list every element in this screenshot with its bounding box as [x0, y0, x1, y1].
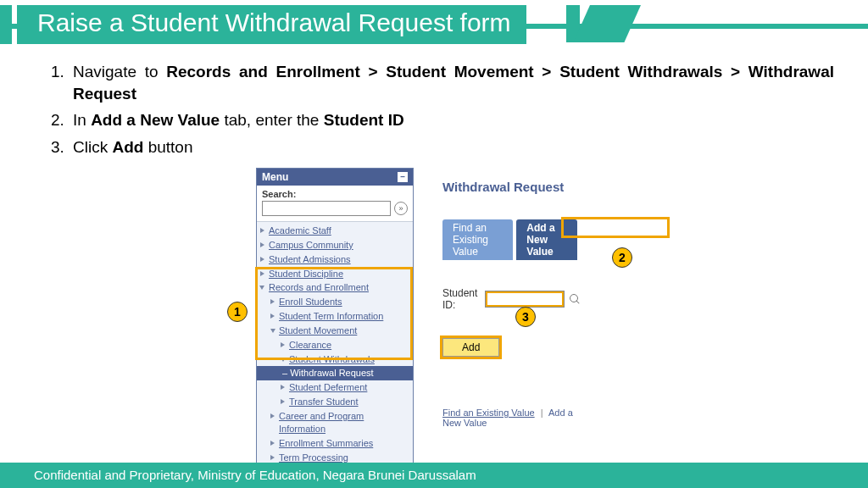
footer-bar: Confidential and Proprietary, Ministry o…: [0, 463, 868, 488]
menu-item-career-program[interactable]: Career and Program Information: [257, 409, 413, 436]
menu-search-block: Search: »: [257, 186, 413, 222]
instructions-list: 1. Navigate to Records and Enrollment > …: [51, 61, 834, 164]
menu-minimize-icon[interactable]: –: [398, 172, 408, 182]
instruction-3-text: Click Add button: [73, 136, 834, 158]
instruction-1-number: 1.: [51, 61, 73, 104]
header-decor-2: [573, 5, 641, 42]
slide-title: Raise a Student Withdrawal Request form: [17, 5, 526, 44]
footer-text: Confidential and Proprietary, Ministry o…: [34, 468, 476, 482]
lookup-icon[interactable]: [569, 293, 577, 305]
tab-row: Find an Existing Value Add a New Value: [442, 219, 577, 260]
menu-item-enroll-students[interactable]: Enroll Students: [257, 295, 413, 309]
menu-search-input[interactable]: [262, 201, 391, 216]
content-area: Withdrawal Request Find an Existing Valu…: [442, 180, 577, 428]
instruction-1-text: Navigate to Records and Enrollment > Stu…: [73, 61, 834, 104]
instruction-1: 1. Navigate to Records and Enrollment > …: [51, 61, 834, 104]
menu-item-clearance[interactable]: Clearance: [257, 338, 413, 352]
menu-item-student-term-info[interactable]: Student Term Information: [257, 309, 413, 324]
menu-item-withdrawal-request[interactable]: – Withdrawal Request: [257, 366, 413, 380]
menu-title: Menu: [262, 171, 288, 183]
tab-find-existing[interactable]: Find an Existing Value: [442, 219, 513, 260]
student-id-input[interactable]: [486, 291, 564, 307]
menu-item-student-withdrawals[interactable]: Student Withdrawals: [257, 352, 413, 367]
menu-item-student-admissions[interactable]: Student Admissions: [257, 252, 413, 267]
menu-tree: Academic Staff Campus Community Student …: [257, 222, 413, 466]
instruction-2: 2. In Add a New Value tab, enter the Stu…: [51, 109, 834, 131]
menu-item-student-movement[interactable]: Student Movement: [257, 324, 413, 338]
tab-highlight-box: [561, 217, 670, 238]
menu-item-transfer-student[interactable]: Transfer Student: [257, 395, 413, 409]
instruction-2-text: In Add a New Value tab, enter the Studen…: [73, 109, 834, 131]
link-find-existing[interactable]: Find an Existing Value: [442, 408, 535, 418]
bottom-links: Find an Existing Value | Add a New Value: [442, 408, 577, 428]
menu-item-academic-staff[interactable]: Academic Staff: [257, 224, 413, 238]
callout-3: 3: [515, 307, 536, 327]
callout-2: 2: [612, 247, 632, 268]
student-id-label: Student ID:: [442, 287, 481, 311]
menu-header: Menu –: [257, 169, 413, 186]
menu-item-campus-community[interactable]: Campus Community: [257, 238, 413, 252]
page-title: Withdrawal Request: [442, 180, 577, 194]
menu-item-records-enrollment[interactable]: Records and Enrollment: [257, 280, 413, 295]
instruction-3-number: 3.: [51, 136, 73, 158]
menu-search-label: Search:: [262, 189, 408, 199]
menu-item-enrollment-summaries[interactable]: Enrollment Summaries: [257, 436, 413, 451]
menu-search-go-icon[interactable]: »: [394, 202, 408, 215]
menu-item-student-discipline[interactable]: Student Discipline: [257, 267, 413, 281]
student-id-row: Student ID:: [442, 287, 577, 311]
link-separator: |: [541, 408, 543, 418]
callout-1: 1: [227, 302, 248, 322]
instruction-3: 3. Click Add button: [51, 136, 834, 158]
screenshot-region: Menu – Search: » Academic Staff Campus C…: [256, 168, 414, 467]
menu-item-student-deferment[interactable]: Student Deferment: [257, 380, 413, 395]
instruction-2-number: 2.: [51, 109, 73, 131]
add-button[interactable]: Add: [442, 338, 499, 357]
menu-panel: Menu – Search: » Academic Staff Campus C…: [256, 168, 414, 467]
